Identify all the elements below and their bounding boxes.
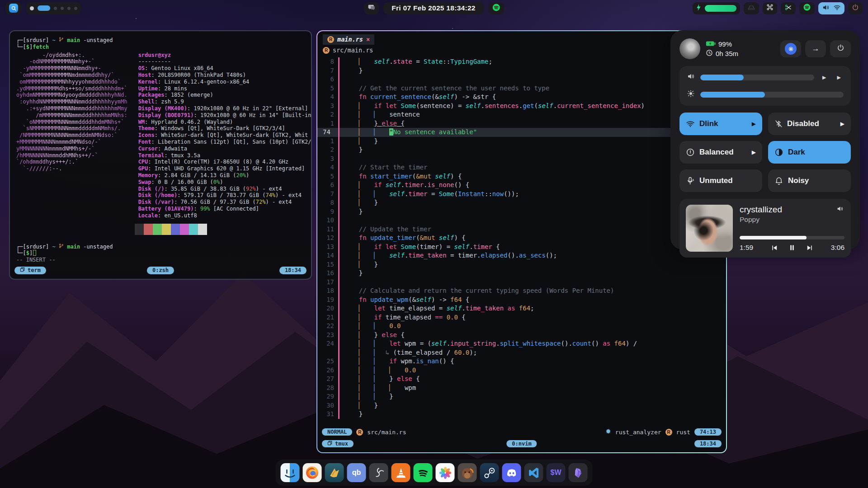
code-line[interactable]: 74 ▏ ▏ "No sentence available" (317, 128, 726, 137)
code-line[interactable]: 23 ▏ } else { (317, 331, 726, 340)
dock-item-dollar-w-app[interactable]: $W (547, 463, 566, 482)
code-line[interactable]: 7 } (317, 66, 726, 75)
dock-item-vlc[interactable] (392, 463, 410, 482)
code-line[interactable]: 3 ▏ if let Some(sentence) = self.sentenc… (317, 102, 726, 111)
toggle-noisy[interactable]: Noisy (768, 169, 851, 192)
tmux-session-pill[interactable]: term (14, 267, 46, 274)
workspace-6[interactable] (74, 7, 77, 10)
code-line[interactable]: 5 // Get the current sentence the user n… (317, 84, 726, 93)
tmux-session-pill[interactable]: tmux (322, 440, 354, 447)
code-line[interactable]: 30 ▏ } (317, 401, 726, 410)
code-editor[interactable]: 8 ▏ self.state = State::TypingGame;7 }65… (317, 57, 726, 425)
code-line[interactable]: 28 ▏ ▏ ▏ wpm (317, 384, 726, 393)
workspace-switcher[interactable] (26, 2, 81, 14)
toggle-dlink[interactable]: Dlink▶ (679, 113, 762, 135)
code-line[interactable]: 13 ▏ if let Some(timer) = self.timer { (317, 243, 726, 252)
code-line[interactable]: 19 fn update_wpm(&self) -> f64 { (317, 296, 726, 305)
command-button[interactable] (763, 2, 777, 14)
code-line[interactable]: 3 (317, 155, 726, 164)
code-line[interactable]: 31 } (317, 410, 726, 419)
code-line[interactable]: 27 ▏ ▏ } else { (317, 375, 726, 384)
code-line[interactable]: 10 (317, 216, 726, 225)
toggle-disabled[interactable]: Disabled▶ (768, 113, 851, 135)
workspace-1[interactable] (30, 6, 34, 10)
avatar[interactable] (679, 38, 700, 59)
code-line[interactable]: 16 } (317, 269, 726, 278)
code-line[interactable]: ▏ ▏ ↳ (time_elapsed / 60.0); (317, 348, 726, 357)
toggle-dark[interactable]: Dark (768, 141, 851, 164)
notifications-button[interactable] (364, 2, 379, 14)
dock-item-spotify[interactable] (414, 463, 433, 482)
dock-item-fan-app[interactable] (369, 463, 388, 482)
dock-item-qbittorrent[interactable]: qb (347, 463, 366, 482)
settings-button[interactable] (780, 40, 801, 57)
tray-button[interactable] (744, 2, 759, 14)
app-mixer-chevron[interactable]: ▶ (835, 75, 844, 80)
code-line[interactable]: 7 ▏ ▏ self.timer = Some(Instant::now()); (317, 190, 726, 199)
spotify-pill[interactable] (488, 2, 504, 14)
code-line[interactable]: 2 ▏ ▏ sentence (317, 110, 726, 119)
media-progress-bar[interactable] (740, 236, 844, 239)
code-line[interactable]: 20 ▏ let time_elapsed = self.time_taken … (317, 304, 726, 313)
dock-item-file-manager[interactable] (281, 463, 300, 482)
code-line[interactable]: 18 // Calculate and return the current t… (317, 286, 726, 296)
workspace-3[interactable] (54, 7, 57, 10)
dock-item-obsidian[interactable] (569, 463, 588, 482)
code-line[interactable]: 14 ▏ ▏ self.time_taken = timer.elapsed()… (317, 251, 726, 260)
tmux-window-pill[interactable]: 0:nvim (506, 440, 537, 447)
pause-button[interactable] (788, 244, 796, 252)
previous-track-button[interactable] (770, 244, 778, 252)
dock-item-vscode[interactable] (524, 463, 543, 482)
code-line[interactable]: 9 } (317, 207, 726, 216)
code-line[interactable]: 1 ▏ } else { (317, 119, 726, 128)
close-icon[interactable]: × (366, 36, 370, 43)
code-line[interactable]: 1 ▏ } (317, 137, 726, 146)
toggle-balanced[interactable]: Balanced▶ (679, 141, 762, 164)
spotify-tray-button[interactable] (799, 2, 815, 14)
power-menu-button[interactable] (830, 40, 851, 57)
code-line[interactable]: 21 ▏ if time_elapsed == 0.0 { (317, 313, 726, 322)
screenshot-button[interactable] (781, 2, 796, 14)
workspace-4[interactable] (61, 7, 64, 10)
media-volume-icon[interactable] (836, 205, 844, 214)
battery-pill[interactable] (693, 2, 740, 14)
code-line[interactable]: 24 ▏ ▏ let wpm = (self.input_string.spli… (317, 339, 726, 348)
dock-item-discord[interactable] (502, 463, 521, 482)
code-line[interactable]: 22 ▏ ▏ 0.0 (317, 322, 726, 331)
next-page-button[interactable]: → (805, 40, 826, 57)
dock-item-bird-app[interactable] (325, 463, 344, 482)
code-line[interactable]: 8 ▏ self.state = State::TypingGame; (317, 57, 726, 66)
code-line[interactable]: 29 ▏ ▏ } (317, 392, 726, 401)
clock-pill[interactable]: Fri 07 Feb 2025 18:34:22 (383, 2, 484, 14)
code-line[interactable]: 2 } (317, 145, 726, 155)
code-line[interactable]: 26 ▏ ▏ ▏ 0.0 (317, 366, 726, 375)
terminal-window[interactable]: ┌─[srdusr] ~ main -unstaged └─[$]fetch -… (9, 30, 312, 280)
code-line[interactable]: 8 ▏ } (317, 198, 726, 207)
workspace-5[interactable] (67, 7, 71, 10)
dock-item-steam[interactable] (480, 463, 499, 482)
power-button[interactable] (848, 2, 863, 14)
code-line[interactable]: 11 // Update the timer (317, 225, 726, 234)
code-line[interactable]: 15 ▏ } (317, 260, 726, 269)
code-line[interactable]: 17 (317, 278, 726, 287)
workspace-2[interactable] (38, 5, 50, 11)
code-line[interactable]: 4 fn current_sentence(&self) -> &str { (317, 93, 726, 102)
dock-item-firefox[interactable] (303, 463, 322, 482)
chevron-right-icon[interactable]: ▶ (752, 149, 756, 155)
audio-network-pill[interactable] (818, 2, 844, 14)
toggle-unmuted[interactable]: Unmuted (679, 169, 762, 192)
dock-item-photos[interactable] (436, 463, 455, 482)
code-line[interactable]: 5 fn start_timer(&mut self) { (317, 172, 726, 181)
brightness-slider[interactable] (700, 92, 844, 98)
tab-main-rs[interactable]: R main.rs × (323, 34, 374, 45)
tmux-window-pill[interactable]: 0:zsh (147, 267, 174, 274)
launcher-button[interactable] (5, 2, 22, 14)
code-line[interactable]: 4 // Start the timer (317, 163, 726, 172)
editor-window[interactable]: R main.rs × R src/main.rs 8 ▏ self.state… (316, 30, 727, 453)
code-line[interactable]: 25 ▏ ▏ if wpm.is_nan() { (317, 357, 726, 366)
output-chevron[interactable]: ▶ (820, 75, 829, 80)
code-line[interactable]: 6 (317, 75, 726, 84)
dock-item-gimp[interactable] (458, 463, 477, 482)
chevron-right-icon[interactable]: ▶ (752, 121, 756, 127)
code-line[interactable]: 12 fn update_timer(&mut self) { (317, 234, 726, 243)
